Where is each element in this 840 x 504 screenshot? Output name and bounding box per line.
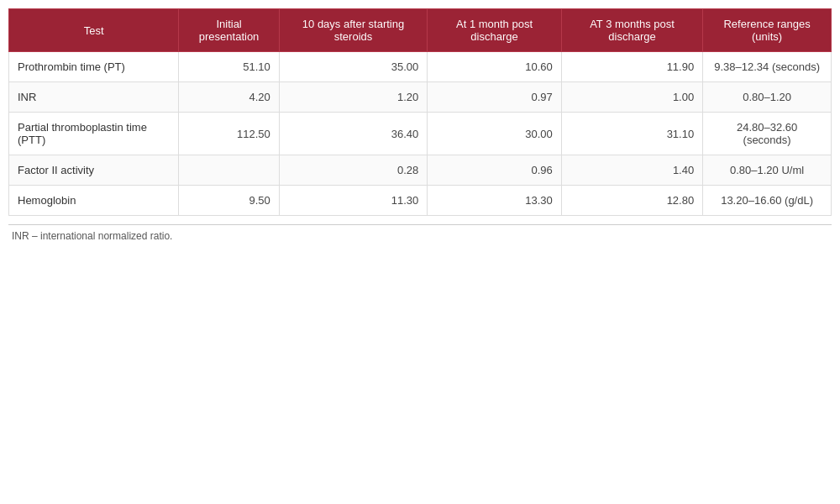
cell-oneMonth: 30.00	[428, 113, 562, 155]
cell-tenDays: 0.28	[279, 155, 427, 186]
col-header-reference: Reference ranges (units)	[703, 9, 832, 52]
table-row: Partial thromboplastin time (PTT)112.503…	[9, 113, 832, 155]
cell-initial: 51.10	[179, 52, 279, 82]
cell-tenDays: 36.40	[279, 113, 427, 155]
table-row: Factor II activity0.280.961.400.80–1.20 …	[9, 155, 832, 186]
table-row: Prothrombin time (PT)51.1035.0010.6011.9…	[9, 52, 832, 82]
cell-reference: 9.38–12.34 (seconds)	[703, 52, 832, 82]
cell-test: Hemoglobin	[9, 186, 179, 216]
cell-tenDays: 1.20	[279, 82, 427, 113]
table-row: INR4.201.200.971.000.80–1.20	[9, 82, 832, 113]
col-header-one-month: At 1 month post discharge	[428, 9, 562, 52]
cell-threeMonths: 1.00	[561, 82, 702, 113]
cell-reference: 13.20–16.60 (g/dL)	[703, 186, 832, 216]
cell-threeMonths: 1.40	[561, 155, 702, 186]
col-header-three-months: AT 3 months post discharge	[561, 9, 702, 52]
cell-oneMonth: 13.30	[428, 186, 562, 216]
page-wrapper: Test Initial presentation 10 days after …	[0, 0, 840, 262]
cell-test: Prothrombin time (PT)	[9, 52, 179, 82]
cell-threeMonths: 12.80	[561, 186, 702, 216]
cell-initial: 4.20	[179, 82, 279, 113]
cell-tenDays: 11.30	[279, 186, 427, 216]
cell-reference: 0.80–1.20 U/ml	[703, 155, 832, 186]
cell-oneMonth: 0.96	[428, 155, 562, 186]
table-row: Hemoglobin9.5011.3013.3012.8013.20–16.60…	[9, 186, 832, 216]
data-table: Test Initial presentation 10 days after …	[8, 8, 832, 216]
cell-test: Partial thromboplastin time (PTT)	[9, 113, 179, 155]
cell-test: INR	[9, 82, 179, 113]
table-footnote: INR – international normalized ratio.	[8, 224, 832, 245]
cell-initial	[179, 155, 279, 186]
cell-threeMonths: 11.90	[561, 52, 702, 82]
col-header-test: Test	[9, 9, 179, 52]
cell-reference: 0.80–1.20	[703, 82, 832, 113]
cell-reference: 24.80–32.60 (seconds)	[703, 113, 832, 155]
cell-initial: 112.50	[179, 113, 279, 155]
col-header-initial: Initial presentation	[179, 9, 279, 52]
cell-tenDays: 35.00	[279, 52, 427, 82]
table-header-row: Test Initial presentation 10 days after …	[9, 9, 832, 52]
cell-oneMonth: 10.60	[428, 52, 562, 82]
cell-test: Factor II activity	[9, 155, 179, 186]
cell-oneMonth: 0.97	[428, 82, 562, 113]
cell-threeMonths: 31.10	[561, 113, 702, 155]
col-header-ten-days: 10 days after starting steroids	[279, 9, 427, 52]
cell-initial: 9.50	[179, 186, 279, 216]
